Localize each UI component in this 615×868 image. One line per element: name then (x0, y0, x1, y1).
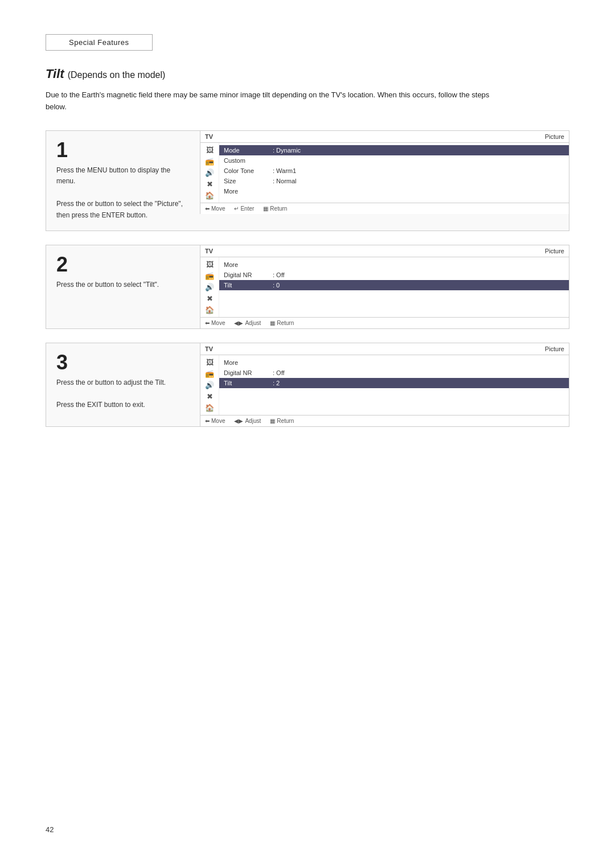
step-number-3: 3 (56, 352, 190, 373)
tv-footer: ⬅Move◀▶Adjust▦Return (200, 317, 569, 328)
menu-row-0: More (219, 260, 569, 270)
step-row-3: 3Press the or button to adjust the Tilt.… (46, 343, 569, 427)
tv-icon-3: ✖ (207, 393, 213, 400)
footer-item-2: ▦Return (270, 320, 294, 326)
menu-row-1: Digital NR: Off (219, 368, 569, 378)
menu-row-1: Digital NR: Off (219, 270, 569, 280)
tv-icon-3: ✖ (207, 295, 213, 302)
step-row-2: 2Press the or button to select "Tilt".TV… (46, 245, 569, 329)
tv-icon-4: 🏠 (205, 192, 214, 199)
tv-icon-1: 📻 (205, 158, 214, 165)
tv-icon-1: 📻 (205, 370, 214, 377)
footer-item-0: ⬅Move (205, 320, 225, 326)
special-features-box: Special Features (46, 34, 153, 51)
menu-row-2: Tilt: 2 (219, 378, 569, 388)
menu-row-0: More (219, 357, 569, 368)
footer-item-0: ⬅Move (205, 418, 225, 424)
intro-text: Due to the Earth's magnetic field there … (46, 89, 490, 113)
page-title: Tilt (Depends on the model) (46, 67, 569, 81)
tv-icon-2: 🔊 (205, 381, 214, 389)
step-text-3: Press the or button to adjust the Tilt.P… (56, 377, 190, 411)
section-label: Special Features (69, 38, 129, 47)
step-left-1: 1Press the MENU button to display the me… (46, 131, 200, 231)
tv-header: TVPicture (200, 245, 569, 257)
page-number: 42 (46, 825, 54, 834)
tv-icon-1: 📻 (205, 272, 214, 279)
footer-item-2: ▦Return (263, 205, 287, 212)
step-text-2: Press the or button to select "Tilt". (56, 279, 190, 291)
tv-header: TVPicture (200, 131, 569, 143)
footer-item-1: ◀▶Adjust (234, 320, 261, 326)
menu-row-2: Color Tone: Warm1 (219, 166, 569, 176)
tv-icon-0: 🖼 (206, 261, 214, 268)
menu-row-3: Size: Normal (219, 176, 569, 186)
step-screen-1: TVPicture🖼📻🔊✖🏠Mode: DynamicCustomColor T… (200, 131, 569, 214)
footer-icon-2: ▦ (270, 320, 275, 326)
footer-icon-1: ◀▶ (234, 320, 243, 326)
footer-item-1: ↵Enter (234, 205, 254, 212)
step-left-2: 2Press the or button to select "Tilt". (46, 245, 200, 319)
tv-icon-0: 🖼 (206, 359, 214, 366)
tv-icon-2: 🔊 (205, 169, 214, 176)
tv-header: TVPicture (200, 343, 569, 355)
step-screen-3: TVPicture🖼📻🔊✖🏠MoreDigital NR: OffTilt: 2… (200, 343, 569, 426)
tv-icon-0: 🖼 (206, 146, 214, 154)
menu-row-4: More (219, 186, 569, 196)
menu-row-1: Custom (219, 155, 569, 166)
footer-icon-0: ⬅ (205, 418, 210, 424)
step-screen-2: TVPicture🖼📻🔊✖🏠MoreDigital NR: OffTilt: 0… (200, 245, 569, 328)
footer-item-1: ◀▶Adjust (234, 418, 261, 424)
tv-footer: ⬅Move↵Enter▦Return (200, 203, 569, 214)
footer-icon-0: ⬅ (205, 320, 210, 326)
menu-row-2: Tilt: 0 (219, 280, 569, 290)
step-left-3: 3Press the or button to adjust the Tilt.… (46, 343, 200, 420)
tv-footer: ⬅Move◀▶Adjust▦Return (200, 415, 569, 426)
menu-row-0: Mode: Dynamic (219, 145, 569, 155)
step-row-1: 1Press the MENU button to display the me… (46, 130, 569, 231)
footer-item-2: ▦Return (270, 418, 294, 424)
footer-icon-1: ↵ (234, 205, 239, 212)
tv-icon-4: 🏠 (205, 404, 214, 412)
step-text-1: Press the MENU button to display the men… (56, 165, 190, 221)
footer-item-0: ⬅Move (205, 205, 225, 212)
footer-icon-2: ▦ (263, 205, 268, 212)
tv-icon-2: 🔊 (205, 283, 214, 291)
footer-icon-0: ⬅ (205, 205, 210, 212)
step-number-1: 1 (56, 140, 190, 161)
steps-container: 1Press the MENU button to display the me… (46, 130, 569, 427)
tv-icon-3: ✖ (207, 180, 213, 188)
footer-icon-2: ▦ (270, 418, 275, 424)
tv-icon-4: 🏠 (205, 306, 214, 314)
step-number-2: 2 (56, 254, 190, 275)
footer-icon-1: ◀▶ (234, 418, 243, 424)
